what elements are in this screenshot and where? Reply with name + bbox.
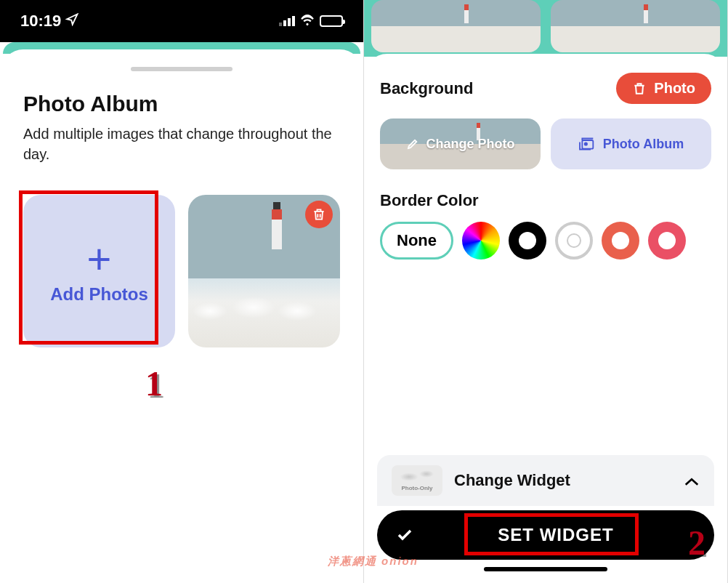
check-icon <box>395 525 415 545</box>
preview-thumb[interactable] <box>371 0 541 52</box>
svg-point-1 <box>584 142 586 145</box>
status-bar: 10:19 <box>0 0 363 42</box>
status-time: 10:19 <box>20 12 61 31</box>
border-color-title: Border Color <box>380 191 711 210</box>
photo-thumbnail[interactable] <box>188 195 340 347</box>
lighthouse-graphic <box>272 209 282 249</box>
photo-pill-label: Photo <box>654 80 695 97</box>
sheet-title: Photo Album <box>23 92 340 116</box>
annotation-number-1: 1 <box>145 363 163 403</box>
wave-graphic <box>188 275 340 326</box>
change-widget-row[interactable]: Photo-Only Change Widget <box>377 455 714 506</box>
signal-icon <box>279 16 295 26</box>
trash-icon <box>632 81 647 97</box>
set-widget-label: SET WIDGET <box>415 525 697 545</box>
border-color-rainbow[interactable] <box>462 222 500 260</box>
annotation-number-2: 2 <box>688 523 705 563</box>
chevron-up-icon <box>684 470 700 492</box>
widget-type-thumb: Photo-Only <box>392 465 442 496</box>
svg-rect-0 <box>582 140 593 149</box>
right-screenshot: Background Photo Change Photo Photo Albu… <box>364 0 728 583</box>
photo-grid: + Add Photos <box>23 195 340 347</box>
home-indicator[interactable] <box>484 567 607 571</box>
add-photos-button[interactable]: + Add Photos <box>23 195 175 347</box>
battery-icon <box>320 15 343 27</box>
photo-album-sheet: Photo Album Add multiple images that cha… <box>1 49 362 582</box>
border-color-pink[interactable] <box>648 222 686 260</box>
watermark: 洋蔥網通 onion <box>328 555 418 568</box>
border-color-white[interactable] <box>555 222 593 260</box>
change-photo-label: Change Photo <box>426 137 515 152</box>
left-screenshot: 10:19 Photo Album Add multiple images th… <box>0 0 364 583</box>
photo-album-label: Photo Album <box>603 137 684 152</box>
change-widget-label: Change Widget <box>454 471 672 490</box>
border-color-coral[interactable] <box>602 222 639 260</box>
preview-thumb[interactable] <box>551 0 720 52</box>
add-photos-label: Add Photos <box>50 284 148 305</box>
delete-photo-button[interactable] <box>305 201 333 228</box>
delete-photo-pill[interactable]: Photo <box>616 73 711 104</box>
border-color-black[interactable] <box>509 222 546 260</box>
photo-album-button[interactable]: Photo Album <box>551 118 711 169</box>
sheet-subtitle: Add multiple images that change througho… <box>23 124 340 164</box>
change-photo-button[interactable]: Change Photo <box>380 118 541 169</box>
plus-icon: + <box>87 238 112 280</box>
background-section-title: Background <box>380 79 473 98</box>
set-widget-button[interactable]: SET WIDGET <box>377 510 714 560</box>
widget-preview-strip <box>364 0 727 57</box>
drag-handle[interactable] <box>131 67 232 71</box>
bottom-controls: Photo-Only Change Widget SET WIDGET <box>364 455 727 580</box>
settings-sheet: Background Photo Change Photo Photo Albu… <box>364 54 727 580</box>
border-color-row: None <box>380 222 711 260</box>
location-icon <box>65 13 78 30</box>
wifi-icon <box>300 14 315 28</box>
border-none-option[interactable]: None <box>380 222 453 260</box>
pencil-icon <box>406 137 419 150</box>
trash-icon <box>312 206 326 222</box>
status-icons <box>279 14 343 28</box>
album-icon <box>578 137 596 151</box>
